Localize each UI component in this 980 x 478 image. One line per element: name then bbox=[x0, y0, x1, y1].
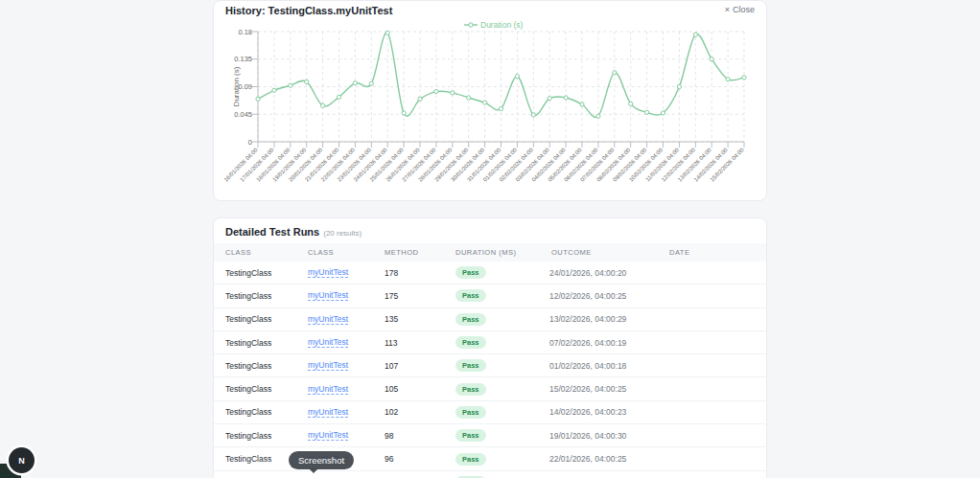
table-header-row: CLASS CLASS METHOD DURATION (MS) OUTCOME… bbox=[214, 243, 766, 262]
column-header-method: METHOD bbox=[385, 248, 455, 257]
class-cell: TestingClass bbox=[225, 384, 308, 394]
outcome-badge: Pass bbox=[455, 359, 486, 372]
date-cell: 07/02/2026, 04:00:19 bbox=[549, 338, 766, 348]
chart-grid bbox=[258, 32, 744, 142]
date-cell: 13/02/2026, 04:00:29 bbox=[549, 314, 766, 324]
svg-text:Duration (s): Duration (s) bbox=[480, 20, 524, 30]
table-title-row: Detailed Test Runs (20 results) bbox=[214, 218, 766, 243]
column-header-date: DATE bbox=[669, 248, 766, 257]
svg-text:0.135: 0.135 bbox=[234, 55, 252, 63]
history-panel: History: TestingClass.myUnitTest × Close… bbox=[213, 0, 767, 201]
class-cell: TestingClass bbox=[225, 314, 308, 324]
date-cell: 22/01/2026, 04:00:25 bbox=[549, 454, 766, 464]
class-cell: TestingClass bbox=[225, 268, 308, 278]
svg-text:0.18: 0.18 bbox=[238, 28, 252, 36]
method-link[interactable]: myUnitTest bbox=[308, 360, 348, 371]
class-cell: TestingClass bbox=[225, 431, 308, 441]
svg-text:0: 0 bbox=[248, 138, 252, 147]
results-count: (20 results) bbox=[323, 229, 362, 238]
table-row: TestingClassmyUnitTest95Pass23/01/2026, … bbox=[214, 471, 766, 478]
outcome-badge: Pass bbox=[455, 406, 486, 419]
table-row: TestingClassmyUnitTest105Pass15/02/2026,… bbox=[214, 377, 766, 400]
date-cell: 14/02/2026, 04:00:23 bbox=[549, 407, 766, 417]
date-cell: 15/02/2026, 04:00:25 bbox=[549, 384, 766, 394]
table-row: TestingClassmyUnitTest175Pass12/02/2026,… bbox=[214, 285, 766, 307]
column-header-class: CLASS bbox=[225, 248, 308, 257]
screenshot-tooltip-label: Screenshot bbox=[298, 455, 344, 466]
table-title: Detailed Test Runs bbox=[225, 226, 319, 238]
duration-chart: 00.0450.090.1350.18Duration (s)16/01/202… bbox=[214, 1, 768, 202]
duration-cell: 113 bbox=[385, 338, 455, 348]
x-axis-labels: 16/01/2026 04:0017/01/2026 04:0018/01/20… bbox=[222, 147, 745, 183]
screenshot-tooltip: Screenshot bbox=[289, 451, 354, 469]
class-cell: TestingClass bbox=[225, 338, 308, 348]
duration-cell: 98 bbox=[385, 431, 455, 441]
date-cell: 24/01/2026, 04:00:20 bbox=[549, 268, 766, 278]
method-link[interactable]: myUnitTest bbox=[308, 337, 348, 348]
class-cell: TestingClass bbox=[225, 291, 308, 301]
table-row: TestingClassmyUnitTest102Pass14/02/2026,… bbox=[214, 401, 766, 424]
tooltip-arrow-icon bbox=[309, 468, 318, 478]
outcome-badge: Pass bbox=[455, 383, 486, 396]
y-axis-title: Duration (s) bbox=[232, 66, 241, 106]
outcome-badge: Pass bbox=[455, 313, 486, 326]
duration-cell: 96 bbox=[385, 454, 455, 464]
outcome-badge: Pass bbox=[455, 289, 486, 302]
duration-cell: 107 bbox=[385, 361, 455, 371]
outcome-badge: Pass bbox=[455, 453, 486, 466]
class-cell: TestingClass bbox=[225, 407, 308, 417]
table-row: TestingClassmyUnitTest107Pass01/02/2026,… bbox=[214, 354, 766, 377]
column-header-duration: DURATION (MS) bbox=[455, 248, 551, 257]
method-link[interactable]: myUnitTest bbox=[308, 407, 348, 418]
method-link[interactable]: myUnitTest bbox=[308, 430, 348, 441]
table-row: TestingClassmyUnitTest135Pass13/02/2026,… bbox=[214, 308, 766, 331]
table-row: TestingClassmyUnitTest178Pass24/01/2026,… bbox=[214, 262, 766, 285]
method-link[interactable]: myUnitTest bbox=[308, 384, 348, 395]
method-link[interactable]: myUnitTest bbox=[308, 290, 348, 301]
column-header-class-2: CLASS bbox=[308, 248, 385, 257]
chart-legend: Duration (s) bbox=[464, 20, 524, 30]
column-header-outcome: OUTCOME bbox=[551, 248, 669, 257]
method-link[interactable]: myUnitTest bbox=[308, 314, 348, 325]
date-cell: 12/02/2026, 04:00:25 bbox=[549, 291, 766, 301]
duration-cell: 178 bbox=[385, 268, 455, 278]
date-cell: 01/02/2026, 04:00:18 bbox=[549, 361, 766, 371]
duration-cell: 102 bbox=[385, 407, 455, 417]
outcome-badge: Pass bbox=[455, 429, 486, 442]
date-cell: 19/01/2026, 04:00:30 bbox=[549, 431, 766, 441]
duration-cell: 175 bbox=[385, 291, 455, 301]
method-link[interactable]: myUnitTest bbox=[308, 267, 348, 278]
table-row: TestingClassmyUnitTest98Pass19/01/2026, … bbox=[214, 424, 766, 447]
svg-text:0.045: 0.045 bbox=[234, 110, 252, 119]
user-avatar-button[interactable]: N bbox=[9, 447, 35, 473]
outcome-badge: Pass bbox=[455, 336, 486, 349]
table-row: TestingClassmyUnitTest113Pass07/02/2026,… bbox=[214, 331, 766, 354]
duration-cell: 105 bbox=[385, 384, 455, 394]
outcome-badge: Pass bbox=[455, 266, 486, 279]
test-runs-panel: Detailed Test Runs (20 results) CLASS CL… bbox=[213, 217, 767, 478]
class-cell: TestingClass bbox=[225, 361, 308, 371]
chart-axes bbox=[252, 32, 744, 148]
duration-cell: 135 bbox=[385, 314, 455, 324]
table-body: TestingClassmyUnitTest178Pass24/01/2026,… bbox=[214, 262, 766, 478]
